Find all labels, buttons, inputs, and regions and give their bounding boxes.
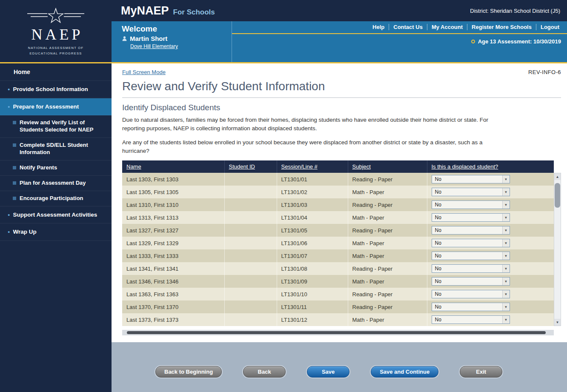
displaced-select[interactable]: No▼	[432, 277, 510, 286]
subject: Math - Paper	[348, 313, 427, 326]
student-name: Last 1370, First 1370	[122, 300, 224, 313]
header-link-my-account[interactable]: My Account	[427, 24, 467, 30]
sidebar-item-complete-sd-ell-student-information[interactable]: Complete SD/ELL Student Information	[0, 138, 112, 160]
header-link-contact-us[interactable]: Contact Us	[389, 24, 427, 30]
sidebar-item-review-and-verify-list-of-students-selected-for-naep[interactable]: Review and Verify List of Students Selec…	[0, 115, 112, 138]
displaced-select-value: No	[435, 317, 441, 323]
displaced-select[interactable]: No▼	[432, 252, 510, 260]
sidebar-item-prepare-for-assessment[interactable]: ●Prepare for Assessment	[0, 98, 112, 116]
title-divider	[122, 97, 561, 98]
bullet-icon: ●	[8, 230, 10, 235]
table-row: Last 1305, First 1305LT1301/02Math - Pap…	[122, 186, 554, 198]
horizontal-scrollbar[interactable]	[122, 330, 554, 335]
displaced-select[interactable]: No▼	[432, 264, 510, 273]
displaced-cell: No▼	[427, 173, 554, 186]
displaced-select[interactable]: No▼	[432, 303, 510, 311]
vertical-scrollbar[interactable]: ▲ ▼	[554, 173, 561, 326]
header-link-logout[interactable]: Logout	[536, 24, 564, 30]
displaced-select[interactable]: No▼	[432, 315, 510, 324]
column-header-session-line[interactable]: Session/Line #	[277, 160, 348, 173]
displaced-select-value: No	[435, 266, 441, 272]
question-paragraph: Are any of the students listed below enr…	[122, 138, 493, 156]
scroll-down-icon[interactable]: ▼	[554, 319, 561, 326]
scroll-up-icon[interactable]: ▲	[554, 173, 561, 180]
displaced-select[interactable]: No▼	[432, 290, 510, 298]
full-screen-mode-link[interactable]: Full Screen Mode	[122, 69, 166, 75]
column-header-subject[interactable]: Subject	[348, 160, 427, 173]
back-to-beginning-button[interactable]: Back to Beginning	[155, 366, 222, 378]
column-header-name[interactable]: Name	[122, 160, 224, 173]
sidebar-item-encourage-participation[interactable]: Encourage Participation	[0, 191, 112, 206]
displaced-select[interactable]: No▼	[432, 175, 510, 183]
sidebar-item-notify-parents[interactable]: Notify Parents	[0, 160, 112, 176]
student-id	[224, 198, 277, 211]
student-table: NameStudent IDSession/Line #SubjectIs th…	[122, 160, 561, 326]
displaced-cell: No▼	[427, 211, 554, 224]
page-title: Review and Verify Student Information	[122, 80, 561, 93]
displaced-select[interactable]: No▼	[432, 239, 510, 247]
district-info: District: Sheridan School District (J5)	[470, 8, 560, 14]
scrollbar-track[interactable]	[554, 180, 561, 319]
sidebar-item-home[interactable]: Home	[0, 63, 112, 81]
sidebar-item-plan-for-assessment-day[interactable]: Plan for Assessment Day	[0, 176, 112, 191]
scrollbar-thumb[interactable]	[555, 183, 560, 208]
sidebar-item-label: Review and Verify List of Students Selec…	[20, 119, 107, 134]
square-bullet-icon	[13, 166, 16, 169]
column-header-student-id[interactable]: Student ID	[224, 160, 277, 173]
bullet-icon: ●	[8, 105, 10, 110]
displaced-select[interactable]: No▼	[432, 200, 510, 209]
sidebar-item-provide-school-information[interactable]: ●Provide School Information	[0, 81, 112, 98]
chevron-down-icon: ▼	[502, 290, 510, 298]
square-bullet-icon	[13, 121, 16, 124]
table-row: Last 1327, First 1327LT1301/05Reading - …	[122, 224, 554, 237]
header-link-register-more-schools[interactable]: Register More Schools	[467, 24, 536, 30]
student-name: Last 1305, First 1305	[122, 186, 224, 198]
session-line: LT1301/08	[277, 262, 348, 275]
displaced-cell: No▼	[427, 262, 554, 275]
subject: Reading - Paper	[348, 288, 427, 300]
sidebar-item-wrap-up[interactable]: ●Wrap Up	[0, 223, 112, 241]
sidebar-item-support-assessment-activities[interactable]: ●Support Assessment Activities	[0, 206, 112, 224]
student-id	[224, 173, 277, 186]
column-header-is-this-a-displaced-student[interactable]: Is this a displaced student?	[427, 160, 554, 173]
table-row: Last 1373, First 1373LT1301/12Math - Pap…	[122, 313, 554, 326]
sidebar-item-label: Plan for Assessment Day	[20, 180, 86, 187]
chevron-down-icon: ▼	[502, 265, 510, 272]
displaced-select[interactable]: No▼	[432, 188, 510, 196]
sidebar-item-label: Wrap Up	[13, 228, 36, 236]
school-link[interactable]: Dove Hill Elementary	[130, 43, 178, 49]
exit-button[interactable]: Exit	[460, 366, 502, 378]
student-id	[224, 262, 277, 275]
header-link-help[interactable]: Help	[368, 24, 389, 30]
student-name: Last 1303, First 1303	[122, 173, 224, 186]
displaced-select-value: No	[435, 189, 441, 195]
table-row: Last 1310, First 1310LT1301/03Reading - …	[122, 198, 554, 211]
save-and-continue-button[interactable]: Save and Continue	[371, 366, 438, 378]
student-name: Last 1373, First 1373	[122, 313, 224, 326]
table-row: Last 1346, First 1346LT1301/09Math - Pap…	[122, 275, 554, 288]
subject: Math - Paper	[348, 249, 427, 262]
horizontal-scrollbar-thumb[interactable]	[127, 331, 546, 334]
subject: Reading - Paper	[348, 262, 427, 275]
displaced-cell: No▼	[427, 288, 554, 300]
displaced-select-value: No	[435, 291, 441, 297]
table-row: Last 1341, First 1341LT1301/08Reading - …	[122, 262, 554, 275]
displaced-select-value: No	[435, 304, 441, 310]
save-button[interactable]: Save	[307, 366, 349, 378]
welcome-title: Welcome	[122, 24, 232, 34]
subject: Reading - Paper	[348, 300, 427, 313]
sidebar-item-label: Prepare for Assessment	[13, 103, 79, 111]
back-button[interactable]: Back	[243, 366, 286, 378]
student-name: Last 1346, First 1346	[122, 275, 224, 288]
sidebar-item-label: Home	[14, 68, 30, 76]
subject: Math - Paper	[348, 237, 427, 249]
student-id	[224, 288, 277, 300]
displaced-select-value: No	[435, 278, 441, 284]
assessment-info: Age 13 Assessment: 10/30/2019	[478, 38, 561, 45]
table-row: Last 1313, First 1313LT1301/04Math - Pap…	[122, 211, 554, 224]
displaced-select[interactable]: No▼	[432, 213, 510, 222]
displaced-select[interactable]: No▼	[432, 226, 510, 235]
student-name: Last 1327, First 1327	[122, 224, 224, 237]
assessment-row: Age 13 Assessment: 10/30/2019	[232, 34, 567, 45]
chevron-down-icon: ▼	[502, 303, 510, 311]
